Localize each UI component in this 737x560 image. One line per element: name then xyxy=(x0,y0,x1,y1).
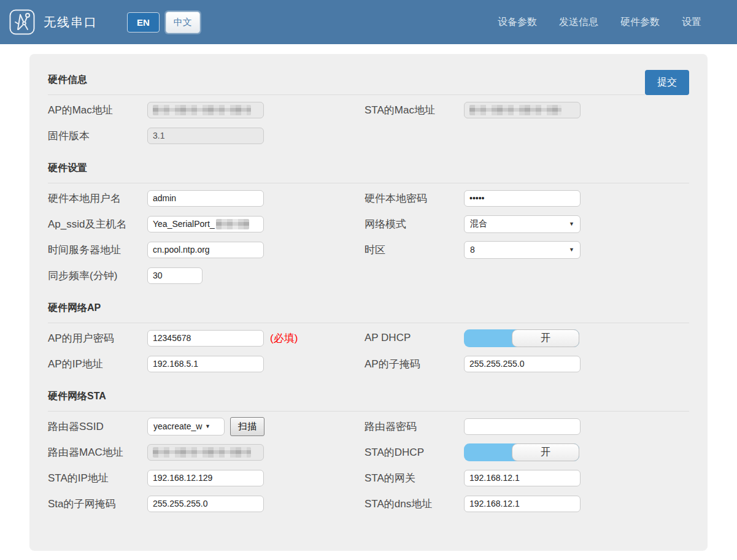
sta-mac-field xyxy=(464,102,581,118)
ap-dhcp-label: AP DHCP xyxy=(365,332,464,344)
router-ssid-select[interactable]: yeacreate_wo ▼ xyxy=(147,418,225,435)
local-username-label: 硬件本地用户名 xyxy=(48,191,147,205)
divider xyxy=(48,323,689,323)
chevron-down-icon: ▼ xyxy=(569,221,574,227)
sta-ip-label: STA的IP地址 xyxy=(48,471,147,485)
form-row: 硬件本地用户名 硬件本地密码 xyxy=(48,185,689,211)
nav-send-info[interactable]: 发送信息 xyxy=(559,16,598,29)
local-username-input[interactable] xyxy=(147,190,264,207)
ap-netmask-label: AP的子掩码 xyxy=(365,357,464,371)
local-password-input[interactable] xyxy=(464,190,581,207)
firmware-label: 固件版本 xyxy=(48,129,147,143)
ap-mac-label: AP的Mac地址 xyxy=(48,103,147,117)
lang-en-button[interactable]: EN xyxy=(127,12,160,33)
firmware-field: 3.1 xyxy=(147,128,264,144)
timezone-value: 8 xyxy=(470,245,566,255)
section-heading-hw-ap: 硬件网络AP xyxy=(48,302,689,315)
divider xyxy=(48,183,689,183)
lang-zh-button[interactable]: 中文 xyxy=(166,12,200,33)
sta-netmask-input[interactable] xyxy=(147,496,264,512)
local-password-label: 硬件本地密码 xyxy=(365,191,464,205)
timezone-select[interactable]: 8 ▼ xyxy=(464,241,581,259)
language-switcher: EN 中文 xyxy=(127,12,200,33)
ap-dhcp-toggle-state: 开 xyxy=(512,329,579,347)
app-title: 无线串口 xyxy=(44,14,98,31)
nav-hardware-params[interactable]: 硬件参数 xyxy=(620,16,660,29)
ntp-server-input[interactable] xyxy=(147,242,264,258)
form-row: 路由器MAC地址 STA的DHCP 开 xyxy=(48,439,689,465)
form-row: 时间服务器地址 时区 8 ▼ xyxy=(48,237,689,263)
sta-gateway-label: STA的网关 xyxy=(365,471,464,485)
divider xyxy=(48,94,645,95)
ap-password-label: AP的用户密码 xyxy=(48,331,147,345)
router-mac-field xyxy=(147,444,264,461)
required-note: (必填) xyxy=(270,331,298,345)
app-logo-icon xyxy=(9,9,36,36)
form-row: 固件版本 3.1 xyxy=(48,123,689,148)
divider xyxy=(48,411,689,412)
submit-button[interactable]: 提交 xyxy=(645,70,689,95)
redacted-pixelation xyxy=(153,105,251,115)
router-mac-label: 路由器MAC地址 xyxy=(48,445,147,459)
timezone-label: 时区 xyxy=(365,243,464,257)
section-heading-hw-sta: 硬件网络STA xyxy=(48,390,689,403)
hardware-params-panel: 提交 硬件信息 AP的Mac地址 STA的Mac地址 固件版本 3.1 硬件设置 xyxy=(29,54,708,551)
sta-ip-input[interactable] xyxy=(147,470,264,486)
router-ssid-value: yeacreate_wo xyxy=(153,421,203,431)
router-password-input[interactable] xyxy=(464,418,581,435)
sta-dhcp-label: STA的DHCP xyxy=(365,445,464,459)
form-row: AP的IP地址 AP的子掩码 xyxy=(48,351,689,377)
form-row: Sta的子网掩码 STA的dns地址 xyxy=(48,491,689,516)
ap-mac-field xyxy=(147,102,264,118)
sta-dns-input[interactable] xyxy=(464,496,581,512)
net-mode-value: 混合 xyxy=(470,218,566,229)
form-row: 路由器SSID yeacreate_wo ▼ 扫描 路由器密码 xyxy=(48,413,689,439)
nav-settings[interactable]: 设置 xyxy=(682,16,701,29)
firmware-value: 3.1 xyxy=(153,131,164,140)
router-ssid-label: 路由器SSID xyxy=(48,420,147,434)
sync-freq-label: 同步频率(分钟) xyxy=(48,269,147,283)
ntp-server-label: 时间服务器地址 xyxy=(48,243,147,257)
sta-mac-label: STA的Mac地址 xyxy=(365,103,464,117)
ap-ip-input[interactable] xyxy=(147,356,264,372)
top-navbar: 无线串口 EN 中文 设备参数 发送信息 硬件参数 设置 xyxy=(0,0,737,44)
nav-device-params[interactable]: 设备参数 xyxy=(498,16,537,29)
sync-freq-input[interactable] xyxy=(147,267,203,284)
chevron-down-icon: ▼ xyxy=(569,247,574,253)
sta-netmask-label: Sta的子网掩码 xyxy=(48,497,147,511)
sta-dhcp-toggle[interactable]: 开 xyxy=(464,443,579,461)
ap-ssid-label: Ap_ssid及主机名 xyxy=(48,217,147,231)
router-password-label: 路由器密码 xyxy=(365,420,464,434)
chevron-down-icon: ▼ xyxy=(205,423,210,429)
form-row: Ap_ssid及主机名 Yea_SerialPort_ 网络模式 混合 ▼ xyxy=(48,211,689,237)
net-mode-label: 网络模式 xyxy=(365,217,464,231)
redacted-pixelation xyxy=(469,105,561,115)
net-mode-select[interactable]: 混合 ▼ xyxy=(464,215,581,233)
sta-dhcp-toggle-state: 开 xyxy=(512,443,579,461)
scan-button[interactable]: 扫描 xyxy=(230,417,264,436)
section-heading-hw-settings: 硬件设置 xyxy=(48,162,689,175)
ap-ip-label: AP的IP地址 xyxy=(48,357,147,371)
form-row: 同步频率(分钟) xyxy=(48,263,689,288)
redacted-pixelation xyxy=(216,219,249,229)
main-nav: 设备参数 发送信息 硬件参数 设置 xyxy=(498,16,719,29)
section-heading-hw-info: 硬件信息 xyxy=(48,74,689,86)
ap-password-input[interactable] xyxy=(147,330,264,347)
form-row: AP的用户密码 (必填) AP DHCP 开 xyxy=(48,325,689,351)
form-row: AP的Mac地址 STA的Mac地址 xyxy=(48,97,689,123)
sta-gateway-input[interactable] xyxy=(464,470,581,486)
sta-dns-label: STA的dns地址 xyxy=(365,497,464,511)
form-row: STA的IP地址 STA的网关 xyxy=(48,465,689,491)
ap-ssid-visible-text: Yea_SerialPort_ xyxy=(153,219,215,229)
ap-dhcp-toggle[interactable]: 开 xyxy=(464,329,579,347)
ap-ssid-input[interactable]: Yea_SerialPort_ xyxy=(147,216,264,232)
redacted-pixelation xyxy=(153,447,251,458)
ap-netmask-input[interactable] xyxy=(464,356,581,372)
